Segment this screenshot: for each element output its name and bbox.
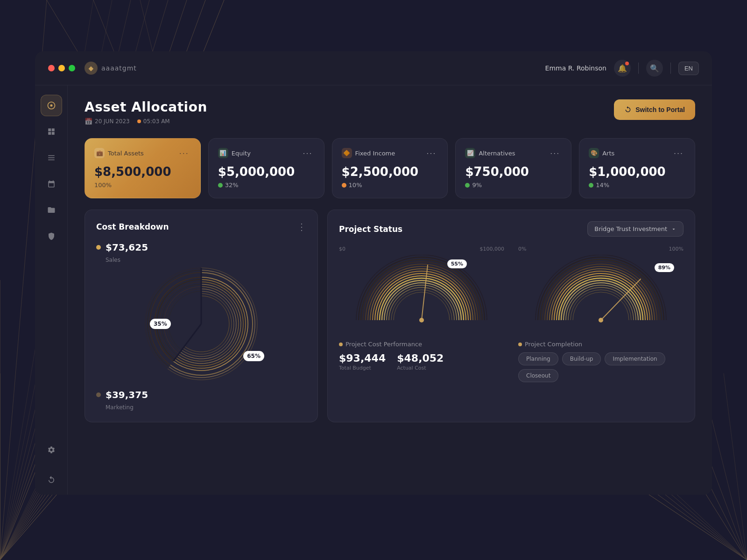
sidebar-item-calendar[interactable] (41, 173, 62, 195)
cost-performance-block: Project Cost Performance $93,444 Total B… (339, 341, 504, 382)
completion-title: Project Completion (518, 341, 684, 348)
traffic-lights (48, 65, 75, 71)
project-dropdown[interactable]: Bridge Trust Investment (587, 221, 684, 237)
asset-card-total: 💼 Total Assets ··· $8,500,000 100% (85, 138, 201, 198)
card-more-equity[interactable]: ··· (301, 148, 315, 158)
svg-point-39 (419, 318, 424, 322)
completion-gauge-svg: 89% (518, 255, 684, 329)
cost-gauge: $0 $100,000 (339, 246, 504, 329)
asset-card-alternatives: 📈 Alternatives ··· $750,000 9% (455, 138, 571, 198)
fixed-income-icon: 🔶 (342, 148, 352, 158)
equity-pct: 32% (218, 182, 315, 189)
marketing-amount: $39,375 (106, 389, 148, 400)
equity-icon: 📊 (218, 148, 228, 158)
page-title-block: Asset Allocation 📅 20 JUN 2023 05:03 AM (85, 99, 207, 125)
asset-card-equity: 📊 Equity ··· $5,000,000 32% (208, 138, 324, 198)
actual-cost-item: $48,052 Actual Cost (397, 352, 444, 371)
card-more-arts[interactable]: ··· (672, 148, 685, 158)
project-panel-title: Project Status (339, 224, 402, 234)
divider2 (670, 63, 671, 74)
sidebar-item-grid[interactable] (41, 121, 62, 142)
brand-icon: ◆ (85, 62, 98, 75)
arts-icon: 🎨 (589, 148, 599, 158)
sidebar-item-list[interactable] (41, 147, 62, 168)
card-header-arts: 🎨 Arts ··· (589, 148, 685, 158)
completion-tag[interactable]: Implementation (605, 352, 665, 365)
alt-amount: $750,000 (465, 165, 562, 179)
completion-tags: PlanningBuild-upImplementationCloseout (518, 352, 684, 382)
brand-logo: ◆ aaaatgmt (85, 62, 137, 75)
equity-pct-dot (218, 183, 223, 188)
sidebar-item-dashboard[interactable] (41, 95, 62, 116)
card-label-total: 💼 Total Assets (94, 148, 144, 158)
marketing-dot (96, 392, 101, 397)
card-more-fixed[interactable]: ··· (424, 148, 438, 158)
completion-gauge-badge: 89% (655, 263, 674, 272)
sidebar (35, 85, 68, 495)
card-more-alt[interactable]: ··· (548, 148, 562, 158)
completion-info-dot (518, 343, 522, 346)
card-label-alt: 📈 Alternatives (465, 148, 515, 158)
card-more-total[interactable]: ··· (177, 148, 191, 158)
minimize-button[interactable] (58, 65, 65, 71)
fixed-pct: 10% (342, 182, 438, 189)
marketing-label: Marketing (106, 404, 306, 411)
total-budget-amount: $93,444 (339, 352, 386, 364)
equity-amount: $5,000,000 (218, 165, 315, 179)
user-name: Emma R. Robinson (545, 64, 606, 72)
card-header-alt: 📈 Alternatives ··· (465, 148, 562, 158)
donut-label-65: 65% (243, 351, 264, 361)
total-budget-label: Total Budget (339, 365, 386, 371)
card-label-fixed: 🔶 Fixed Income (342, 148, 395, 158)
fixed-pct-dot (342, 183, 346, 188)
total-assets-icon: 💼 (94, 148, 105, 158)
sidebar-item-folders[interactable] (41, 199, 62, 221)
bottom-panels: Cost Breakdown ⋮ $73,625 Sales (85, 210, 695, 422)
total-budget-item: $93,444 Total Budget (339, 352, 386, 371)
svg-point-41 (599, 318, 603, 322)
sales-amount: $73,625 (106, 242, 148, 253)
notifications-button[interactable]: 🔔 (614, 60, 631, 77)
search-button[interactable]: 🔍 (646, 60, 663, 77)
brand-name: aaaatgmt (101, 64, 137, 72)
sidebar-item-settings[interactable] (41, 439, 62, 461)
main-content: Asset Allocation 📅 20 JUN 2023 05:03 AM (68, 85, 712, 495)
project-bottom-info: Project Cost Performance $93,444 Total B… (339, 341, 684, 382)
project-panel-header: Project Status Bridge Trust Investment (339, 221, 684, 237)
cost-panel-more-button[interactable]: ⋮ (297, 221, 306, 232)
completion-block: Project Completion PlanningBuild-upImple… (518, 341, 684, 382)
donut-chart: 35% 65% (136, 259, 267, 389)
page-header: Asset Allocation 📅 20 JUN 2023 05:03 AM (85, 99, 695, 125)
switch-button-label: Switch to Portal (635, 106, 685, 113)
card-header-fixed: 🔶 Fixed Income ··· (342, 148, 438, 158)
arts-amount: $1,000,000 (589, 165, 685, 179)
completion-tag[interactable]: Build-up (562, 352, 601, 365)
cost-panel-title: Cost Breakdown (96, 222, 169, 231)
cost-info-dot (339, 343, 343, 346)
language-button[interactable]: EN (678, 62, 699, 75)
alternatives-icon: 📈 (465, 148, 475, 158)
actual-cost-label: Actual Cost (397, 365, 444, 371)
donut-label-35: 35% (150, 319, 171, 329)
cost-item-sales: $73,625 (96, 242, 306, 253)
asset-cards-row: 💼 Total Assets ··· $8,500,000 100% 📊 (85, 138, 695, 198)
budget-row: $93,444 Total Budget $48,052 Actual Cost (339, 352, 504, 371)
page-title: Asset Allocation (85, 99, 207, 115)
card-header-total: 💼 Total Assets ··· (94, 148, 191, 158)
switch-to-portal-button[interactable]: Switch to Portal (614, 99, 695, 120)
cost-gauge-scale: $0 $100,000 (339, 246, 504, 252)
sales-dot (96, 245, 101, 250)
sidebar-item-security[interactable] (41, 225, 62, 247)
titlebar: ◆ aaaatgmt Emma R. Robinson 🔔 🔍 EN (35, 51, 712, 85)
svg-line-33 (724, 373, 747, 560)
completion-tag[interactable]: Planning (518, 352, 558, 365)
page-date: 📅 20 JUN 2023 (85, 118, 130, 125)
actual-cost-amount: $48,052 (397, 352, 444, 364)
sidebar-item-back[interactable] (41, 469, 62, 490)
completion-tag[interactable]: Closeout (518, 369, 558, 382)
svg-point-34 (50, 105, 52, 107)
close-button[interactable] (48, 65, 55, 71)
maximize-button[interactable] (69, 65, 75, 71)
fixed-amount: $2,500,000 (342, 165, 438, 179)
arts-pct-dot (589, 183, 593, 188)
